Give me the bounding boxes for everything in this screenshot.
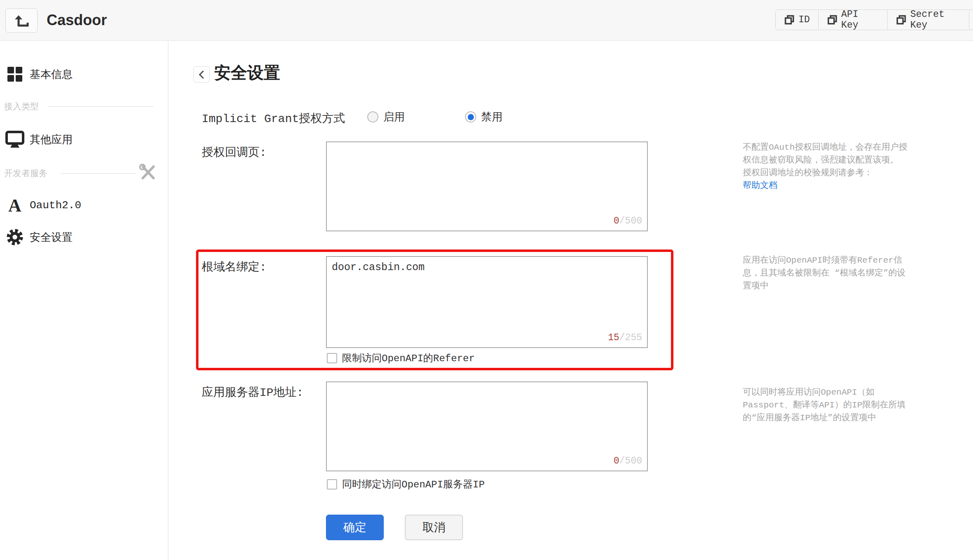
callback-urls-textarea[interactable] bbox=[326, 141, 648, 231]
bind-openapi-ip-checkbox-row[interactable]: 同时绑定访问OpenAPI服务器IP bbox=[327, 478, 485, 491]
app-server-ip-help: 可以同时将应用访问OpenAPI（如Passport、翻译等API）的IP限制在… bbox=[743, 386, 912, 424]
sidebar: 基本信息 接入类型 其他应用 开发者服务 A Oauth2.0 bbox=[0, 41, 168, 560]
divider-label: 接入类型 bbox=[4, 101, 39, 112]
copy-id-button[interactable]: ID bbox=[776, 10, 819, 30]
sidebar-item-label: 其他应用 bbox=[30, 132, 73, 147]
sidebar-item-label: 基本信息 bbox=[30, 67, 73, 82]
sidebar-item-basic-info[interactable]: 基本信息 bbox=[0, 63, 168, 86]
radio-circle-selected[interactable] bbox=[465, 111, 476, 122]
sidebar-item-label: 安全设置 bbox=[30, 230, 73, 245]
sidebar-item-other-apps[interactable]: 其他应用 bbox=[0, 128, 168, 151]
radio-circle-unselected[interactable] bbox=[367, 111, 378, 122]
help-text: 不配置OAuth授权回调地址，会存在用户授权信息被窃取风险，强烈建议配置该项。 bbox=[743, 141, 912, 167]
app-title: Casdoor bbox=[47, 10, 107, 31]
callback-urls-help: 不配置OAuth授权回调地址，会存在用户授权信息被窃取风险，强烈建议配置该项。 … bbox=[743, 141, 912, 192]
app-server-ip-label: 应用服务器IP地址: bbox=[202, 384, 303, 400]
radio-label[interactable]: 禁用 bbox=[481, 110, 503, 124]
page-title: 安全设置 bbox=[214, 61, 280, 85]
help-text: 可以同时将应用访问OpenAPI（如Passport、翻译等API）的IP限制在… bbox=[743, 386, 912, 424]
copy-button-label: API Key bbox=[841, 9, 879, 31]
sidebar-item-label: Oauth2.0 bbox=[30, 199, 81, 212]
copy-icon bbox=[784, 14, 795, 25]
checkbox-unchecked[interactable] bbox=[327, 353, 337, 363]
clipped-header-button[interactable] bbox=[969, 9, 973, 30]
callback-urls-field: 0/500 bbox=[326, 141, 648, 231]
char-counter: 0/500 bbox=[614, 216, 642, 226]
copy-icon bbox=[896, 14, 907, 25]
char-counter: 0/500 bbox=[614, 456, 642, 466]
char-counter: 15/255 bbox=[608, 332, 642, 343]
grid-icon bbox=[5, 64, 25, 84]
root-domain-textarea[interactable]: door.casbin.com bbox=[326, 256, 648, 348]
root-domain-field: door.casbin.com 15/255 bbox=[326, 256, 648, 348]
copy-icon bbox=[827, 14, 838, 25]
sidebar-item-security-settings[interactable]: 安全设置 bbox=[0, 226, 168, 249]
copy-button-label: Secret Key bbox=[910, 9, 964, 31]
help-text: 授权回调地址的校验规则请参考： bbox=[743, 167, 912, 179]
sidebar-divider-access-type: 接入类型 bbox=[0, 100, 168, 114]
help-doc-link[interactable]: 帮助文档 bbox=[743, 179, 777, 192]
radio-label[interactable]: 启用 bbox=[383, 110, 405, 124]
copy-button-label: ID bbox=[798, 14, 810, 25]
copy-secret-key-button[interactable]: Secret Key bbox=[888, 10, 973, 30]
top-header: Casdoor ID API Key bbox=[0, 0, 973, 41]
root-domain-help: 应用在访问OpenAPI时须带有Referer信息，且其域名被限制在 “根域名绑… bbox=[743, 254, 912, 292]
checkbox-unchecked[interactable] bbox=[327, 479, 337, 489]
app-server-ip-textarea[interactable] bbox=[326, 381, 648, 471]
divider-label: 开发者服务 bbox=[4, 167, 47, 179]
font-a-icon: A bbox=[5, 195, 25, 215]
callback-urls-label: 授权回调页: bbox=[202, 144, 267, 160]
root-domain-label: 根域名绑定: bbox=[202, 259, 267, 275]
app-server-ip-field: 0/500 bbox=[326, 381, 648, 471]
checkbox-label[interactable]: 同时绑定访问OpenAPI服务器IP bbox=[342, 478, 485, 491]
radio-enable[interactable]: 启用 bbox=[367, 110, 405, 124]
copy-api-key-button[interactable]: API Key bbox=[819, 10, 888, 30]
checkbox-label[interactable]: 限制访问OpenAPI的Referer bbox=[342, 351, 475, 365]
restrict-referer-checkbox-row[interactable]: 限制访问OpenAPI的Referer bbox=[327, 351, 475, 365]
radio-disable[interactable]: 禁用 bbox=[465, 110, 503, 124]
chevron-left-icon bbox=[197, 69, 206, 80]
gear-icon bbox=[5, 227, 25, 247]
page-back-button[interactable] bbox=[194, 66, 210, 82]
header-copy-button-group: ID API Key Secret Key bbox=[775, 9, 973, 30]
monitor-icon bbox=[5, 129, 25, 149]
help-text: 应用在访问OpenAPI时须带有Referer信息，且其域名被限制在 “根域名绑… bbox=[743, 254, 912, 292]
sidebar-divider-developer-services: 开发者服务 bbox=[0, 167, 168, 181]
cancel-button[interactable]: 取消 bbox=[405, 515, 463, 540]
level-up-arrow-icon bbox=[12, 12, 31, 29]
header-back-button[interactable] bbox=[5, 8, 38, 33]
implicit-grant-label: Implicit Grant授权方式 bbox=[202, 111, 345, 126]
tools-icon bbox=[139, 163, 157, 181]
main-content: 安全设置 Implicit Grant授权方式 启用 禁用 授权回调页: 0/5… bbox=[169, 41, 973, 560]
ok-button[interactable]: 确定 bbox=[326, 515, 384, 540]
sidebar-item-oauth2[interactable]: A Oauth2.0 bbox=[0, 194, 168, 217]
